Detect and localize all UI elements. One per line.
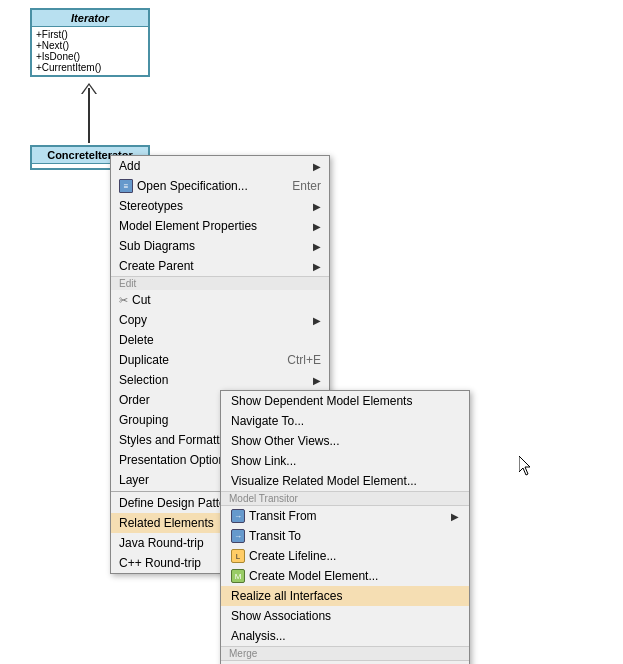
submenu-section-model-transitor: Model Transitor <box>221 491 469 506</box>
scissors-icon: ✂ <box>119 294 128 307</box>
iterator-class-name: Iterator <box>32 10 148 27</box>
iterator-class: Iterator +First() +Next() +IsDone() +Cur… <box>30 8 150 77</box>
submenu-item-show-dependent[interactable]: Show Dependent Model Elements <box>221 391 469 411</box>
transit-to-icon: → <box>231 529 245 543</box>
submenu-item-create-lifeline[interactable]: L Create Lifeline... <box>221 546 469 566</box>
submenu-item-analysis[interactable]: Analysis... <box>221 626 469 646</box>
svg-marker-0 <box>519 456 530 475</box>
menu-item-create-parent[interactable]: Create Parent ▶ <box>111 256 329 276</box>
submenu-item-transit-to[interactable]: → Transit To <box>221 526 469 546</box>
diagram-area: Iterator +First() +Next() +IsDone() +Cur… <box>0 0 623 664</box>
open-spec-icon: ≡ <box>119 179 133 193</box>
arrow-line <box>88 88 90 143</box>
menu-item-duplicate[interactable]: Duplicate Ctrl+E <box>111 350 329 370</box>
submenu-item-transit-from[interactable]: → Transit From ▶ <box>221 506 469 526</box>
menu-item-sub-diagrams[interactable]: Sub Diagrams ▶ <box>111 236 329 256</box>
create-lifeline-icon: L <box>231 549 245 563</box>
create-model-element-icon: M <box>231 569 245 583</box>
section-label-edit: Edit <box>111 276 329 290</box>
submenu-item-visualize-related[interactable]: Visualize Related Model Element... <box>221 471 469 491</box>
iterator-class-body: +First() +Next() +IsDone() +CurrentItem(… <box>32 27 148 75</box>
menu-item-copy[interactable]: Copy ▶ <box>111 310 329 330</box>
cursor <box>519 456 535 481</box>
submenu-item-show-other-views[interactable]: Show Other Views... <box>221 431 469 451</box>
submenu-item-show-associations[interactable]: Show Associations <box>221 606 469 626</box>
menu-item-open-spec[interactable]: ≡ Open Specification... Enter <box>111 176 329 196</box>
submenu-item-show-link[interactable]: Show Link... <box>221 451 469 471</box>
menu-item-delete[interactable]: Delete <box>111 330 329 350</box>
menu-item-model-element-props[interactable]: Model Element Properties ▶ <box>111 216 329 236</box>
menu-item-stereotypes[interactable]: Stereotypes ▶ <box>111 196 329 216</box>
submenu-item-create-model-element[interactable]: M Create Model Element... <box>221 566 469 586</box>
menu-item-selection[interactable]: Selection ▶ <box>111 370 329 390</box>
submenu-section-merge: Merge <box>221 646 469 661</box>
transit-from-icon: → <box>231 509 245 523</box>
menu-item-add[interactable]: Add ▶ <box>111 156 329 176</box>
related-elements-submenu: Show Dependent Model Elements Navigate T… <box>220 390 470 664</box>
submenu-item-realize-all-interfaces[interactable]: Realize all Interfaces <box>221 586 469 606</box>
menu-item-cut[interactable]: ✂ Cut <box>111 290 329 310</box>
submenu-item-navigate-to[interactable]: Navigate To... <box>221 411 469 431</box>
